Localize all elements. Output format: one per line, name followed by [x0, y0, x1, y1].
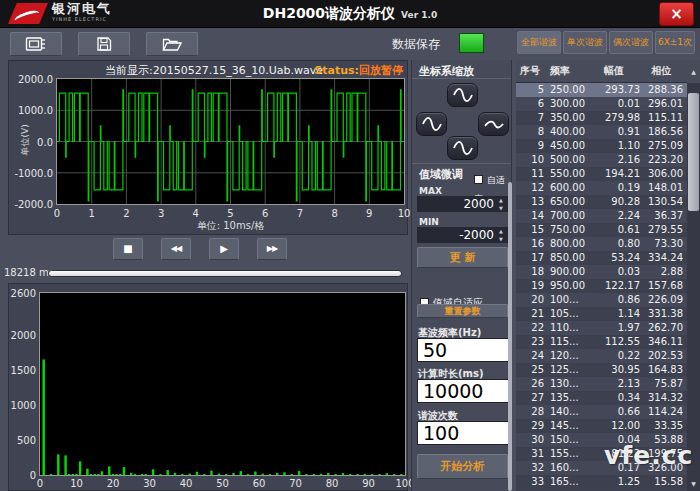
tab-6x1-harmonics[interactable]: 6X±1次 — [655, 31, 695, 54]
table-cell: 125... — [544, 363, 588, 377]
playback-progress-slider[interactable] — [48, 270, 402, 277]
tab-odd-harmonics[interactable]: 单次谐波 — [563, 31, 607, 54]
harmonic-order-input[interactable] — [417, 421, 509, 445]
spectrum-plot — [39, 292, 406, 476]
min-value-input[interactable]: -2000▲▼ — [417, 227, 508, 243]
divider — [412, 163, 511, 164]
column-header-amplitude[interactable]: 幅值 — [588, 64, 640, 78]
table-cell: 10 — [516, 153, 544, 167]
table-row[interactable]: 5250.00293.73288.36 — [516, 83, 687, 97]
table-row[interactable]: 14700.002.2436.37 — [516, 209, 687, 223]
fundamental-freq-input[interactable] — [417, 338, 509, 362]
table-cell: 2.88 — [640, 265, 683, 279]
table-row[interactable]: 23115...112.55346.11 — [516, 335, 687, 349]
table-row[interactable]: 25125...30.95164.83 — [516, 363, 687, 377]
tab-all-harmonics[interactable]: 全部谐波 — [517, 31, 561, 54]
stop-button[interactable]: ■ — [113, 238, 143, 260]
rewind-button[interactable]: ◀◀ — [161, 238, 191, 260]
table-cell: 27 — [516, 391, 544, 405]
company-name-en: YINHE ELECTRIC — [52, 17, 112, 22]
zoom-right-button[interactable] — [478, 112, 509, 136]
axis-tick-label: 2 — [123, 208, 129, 219]
table-row[interactable]: 19950.00122.17157.68 — [516, 279, 687, 293]
column-header-no[interactable]: 序号 — [516, 64, 544, 78]
table-cell: 186.56 — [640, 125, 683, 139]
table-row[interactable]: 31155...81.22199.75 — [516, 447, 687, 461]
table-scrollbar-thumb[interactable] — [688, 93, 699, 211]
table-row[interactable]: 26130...2.1375.87 — [516, 377, 687, 391]
table-cell: 15.58 — [640, 475, 683, 489]
table-cell: 223.20 — [640, 153, 683, 167]
tab-even-harmonics[interactable]: 偶次谐波 — [609, 31, 653, 54]
axis-tick-label: 9 — [366, 208, 372, 219]
table-cell: 23 — [516, 335, 544, 349]
table-row[interactable]: 27135...0.34314.32 — [516, 391, 687, 405]
fast-forward-button[interactable]: ▶▶ — [257, 238, 287, 260]
table-row[interactable]: 9450.001.10275.09 — [516, 139, 687, 153]
table-row[interactable]: 29145...12.0033.35 — [516, 419, 687, 433]
table-cell: 15 — [516, 223, 544, 237]
data-save-label: 数据保存 — [392, 36, 440, 53]
table-cell: 33 — [516, 475, 544, 489]
start-analysis-button[interactable]: 开始分析 — [417, 454, 508, 479]
table-row[interactable]: 17850.0053.24334.24 — [516, 251, 687, 265]
table-cell: 1.10 — [588, 139, 640, 153]
table-cell: 9 — [516, 139, 544, 153]
reset-params-button[interactable]: 重置参数 — [417, 304, 508, 318]
table-cell: 262.70 — [640, 321, 683, 335]
zoom-up-button[interactable] — [447, 83, 478, 107]
table-cell: 226.09 — [640, 293, 683, 307]
update-button[interactable]: 更 新 — [417, 247, 508, 268]
scrollbar-up-icon[interactable]: ▲ — [687, 60, 700, 83]
save-button[interactable] — [78, 32, 130, 56]
table-cell: 0.91 — [588, 125, 640, 139]
table-row[interactable]: 18900.000.032.88 — [516, 265, 687, 279]
table-cell: 112.55 — [588, 335, 640, 349]
table-cell: 148.01 — [640, 181, 683, 195]
calc-duration-input[interactable] — [417, 379, 509, 403]
table-row[interactable]: 20100...0.86226.09 — [516, 293, 687, 307]
table-row[interactable]: 13650.0090.28130.54 — [516, 195, 687, 209]
device-icon — [25, 36, 47, 53]
table-cell: 279.98 — [588, 111, 640, 125]
table-cell: 0.66 — [588, 405, 640, 419]
table-row[interactable]: 22110...1.97262.70 — [516, 321, 687, 335]
device-button[interactable] — [10, 32, 62, 56]
table-row[interactable]: 24120...0.22202.53 — [516, 349, 687, 363]
table-cell: 18 — [516, 265, 544, 279]
table-row[interactable]: 32160...0.17326.00 — [516, 461, 687, 475]
table-row[interactable]: 15750.000.61279.55 — [516, 223, 687, 237]
table-row[interactable]: 33165...1.2515.58 — [516, 475, 687, 489]
axis-tick-label: 80 — [326, 478, 339, 489]
close-button[interactable]: × — [659, 2, 694, 26]
table-row[interactable]: 7350.00279.98115.11 — [516, 111, 687, 125]
table-cell: 2.24 — [588, 209, 640, 223]
table-row[interactable]: 28140...0.66114.24 — [516, 405, 687, 419]
play-button[interactable]: ▶ — [209, 238, 239, 260]
table-cell: 19 — [516, 279, 544, 293]
table-row[interactable]: 21105...1.14331.38 — [516, 307, 687, 321]
column-header-phase[interactable]: 相位 — [640, 64, 683, 78]
table-row[interactable]: 6300.000.01296.01 — [516, 97, 687, 111]
table-row[interactable]: 11550.00194.21306.00 — [516, 167, 687, 181]
panel-scrollbar-thumb[interactable] — [508, 182, 512, 491]
table-row[interactable]: 30150...0.0453.88 — [516, 433, 687, 447]
table-row[interactable]: 16800.000.8073.30 — [516, 237, 687, 251]
scrollbar-down-icon[interactable]: ▼ — [687, 476, 700, 491]
zoom-down-button[interactable] — [447, 136, 478, 160]
spinner-arrows-icon[interactable]: ▲▼ — [496, 196, 506, 212]
max-value-input[interactable]: 2000▲▼ — [417, 196, 508, 212]
sine-wave-icon — [482, 115, 506, 133]
table-row[interactable]: 10500.002.16223.20 — [516, 153, 687, 167]
table-cell: 33.35 — [640, 419, 683, 433]
table-cell: 900.00 — [544, 265, 588, 279]
open-file-button[interactable] — [146, 32, 198, 56]
zoom-left-button[interactable] — [416, 112, 447, 136]
table-row[interactable]: 8400.000.91186.56 — [516, 125, 687, 139]
table-row[interactable]: 12600.000.19148.01 — [516, 181, 687, 195]
checkbox-box[interactable] — [474, 175, 483, 184]
spinner-arrows-icon[interactable]: ▲▼ — [496, 227, 506, 243]
table-cell: 288.36 — [640, 83, 683, 97]
axis-tick-label: 60 — [253, 478, 266, 489]
column-header-frequency[interactable]: 频率 — [544, 64, 588, 78]
